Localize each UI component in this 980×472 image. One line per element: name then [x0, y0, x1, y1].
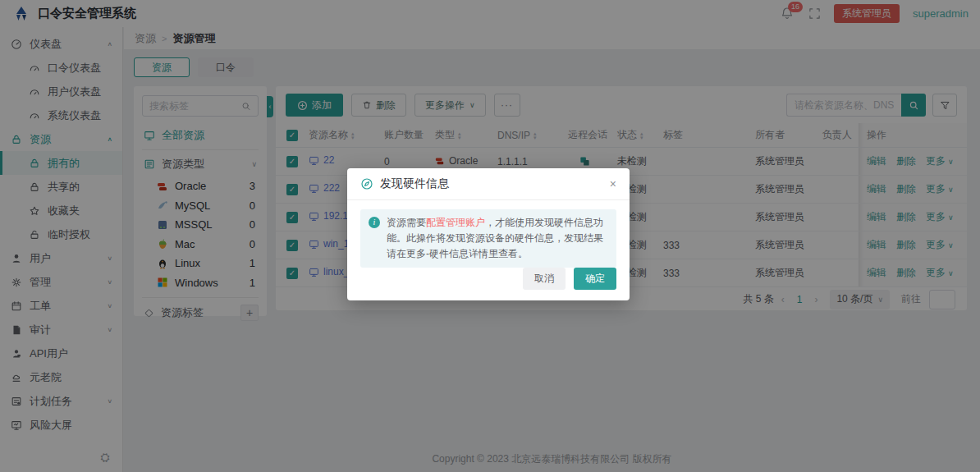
- modal-title: 发现硬件信息: [380, 176, 610, 191]
- close-icon[interactable]: ×: [610, 177, 616, 190]
- modal-body: i 资源需要配置管理账户，才能使用发现硬件信息功能。此操作将发现资源设备的硬件信…: [347, 200, 630, 268]
- info-alert: i 资源需要配置管理账户，才能使用发现硬件信息功能。此操作将发现资源设备的硬件信…: [360, 209, 616, 268]
- cancel-button[interactable]: 取消: [523, 268, 566, 290]
- configure-account-link[interactable]: 配置管理账户: [426, 217, 485, 228]
- modal-header: 发现硬件信息 ×: [347, 168, 630, 200]
- discover-hardware-modal: 发现硬件信息 × i 资源需要配置管理账户，才能使用发现硬件信息功能。此操作将发…: [347, 168, 630, 300]
- info-icon: i: [369, 217, 380, 228]
- modal-footer: 取消 确定: [347, 268, 630, 300]
- confirm-button[interactable]: 确定: [574, 268, 616, 290]
- discover-compass-icon: [360, 177, 373, 190]
